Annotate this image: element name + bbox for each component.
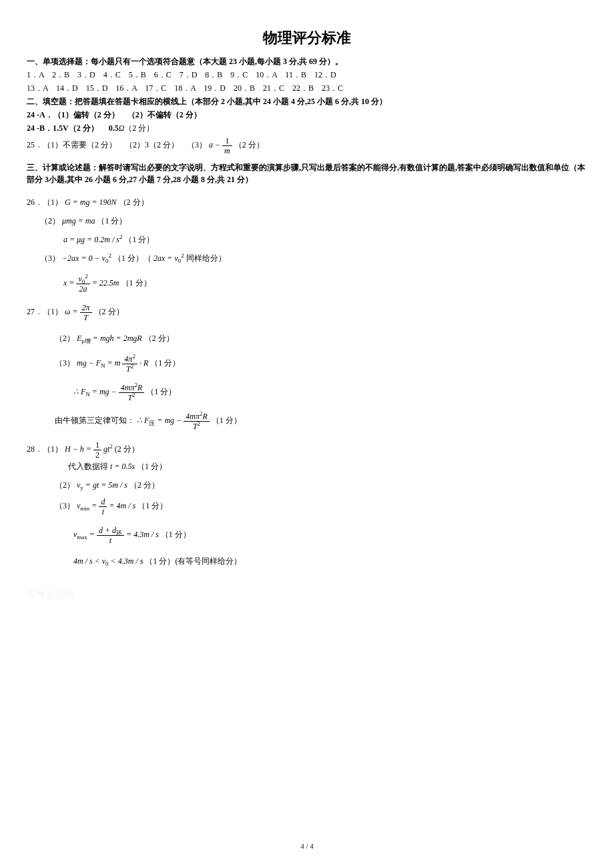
q26-p3-pre: （3） (40, 254, 60, 263)
q26-p1-pts: （2 分） (119, 197, 149, 207)
q26-p2-pre: （2） (40, 216, 60, 226)
q28-p2: （2） vy = gt = 5m / s （2 分） (27, 479, 587, 491)
answer-25-suffix: （2 分） (234, 140, 264, 149)
answer-24b-suffix: （2 分） (124, 123, 154, 133)
q26-p2b-eq: a = μg = 0.2m / s2 (63, 235, 122, 244)
answer-24b: 24 -B．1.5V（2 分） 0.5Ω（2 分） (27, 122, 587, 134)
q26-p3-eq2: 2ax = v02 (154, 254, 184, 263)
q27-p1-pre: 27．（1） (27, 307, 63, 316)
q27-p2-pre: （2） (55, 334, 75, 343)
q28-p1-pre: 28．（1） (27, 444, 63, 454)
q28-p3b: vmax = d + d环t = 4.3m / s （1 分） (27, 526, 587, 544)
q26-p3-suffix: 同样给分） (186, 254, 226, 263)
q28-p2-eq: vy = gt = 5m / s (77, 480, 127, 490)
q27-p3b-eq: ∴ FN = mg − 4mπ2RT2 (73, 387, 146, 396)
q26-p3: （3） −2ax = 0 − v02 （1 分）（ 2ax = v02 同样给分… (27, 252, 587, 264)
q27-p1-pts: （2 分） (94, 307, 124, 316)
q27-p3-pre: （3） (55, 358, 75, 368)
q26-p2: （2） μmg = ma （1 分） (27, 215, 587, 227)
q28-p3c-pts: （1 分）(有等号同样给分） (145, 556, 242, 566)
q26-p2-eq: μmg = ma (62, 216, 95, 226)
q27-p3-eq: mg − FN = m 4π2T2 · R (77, 358, 150, 368)
q27-p3c-eq: ∴ F压 = mg − 4mπ2RT2 (137, 416, 212, 425)
q26-p3-eq1: −2ax = 0 − v02 (62, 254, 111, 263)
q28-p3c-eq: 4m / s < v0 < 4.3m / s (73, 556, 143, 566)
q27-p3b-pts: （1 分） (146, 387, 176, 396)
q27-p3-pts: （1 分） (150, 358, 180, 368)
answer-25-eq: a − 1m (209, 140, 232, 149)
q28-p3-pre: （3） (55, 501, 75, 510)
q26-p1-eq: G = mg = 190N (65, 197, 117, 207)
q27-p1-eq: ω = 2πT (65, 307, 94, 316)
q28-p1b-pts: （1 分） (137, 462, 167, 471)
q28-p2-pts: （2 分） (129, 480, 160, 490)
q26-p2-pts: （1 分） (97, 216, 127, 226)
q27-p3b: ∴ FN = mg − 4mπ2RT2 （1 分） (27, 384, 587, 402)
q26-p2b: a = μg = 0.2m / s2 （1 分） (27, 234, 587, 246)
answer-25-prefix: 25．（1）不需要（2 分） （2）3（2 分） （3） (27, 140, 207, 149)
section1-header: 一、单项选择题：每小题只有一个选项符合题意（本大题 23 小题,每小题 3 分,… (27, 55, 587, 67)
answer-24b-prefix: 24 -B．1.5V（2 分） 0.5 (27, 123, 119, 133)
q28-p2-pre: （2） (55, 480, 75, 490)
q26-p1-pre: 26．（1） (27, 197, 63, 207)
q26-p3-pts1: （1 分）（ (113, 254, 151, 263)
q26-p1: 26．（1） G = mg = 190N （2 分） (27, 196, 587, 208)
q27-p3: （3） mg − FN = m 4π2T2 · R （1 分） (27, 355, 587, 373)
q28-p1: 28．（1） H − h = 12 gt2 (2 分） (27, 441, 587, 459)
answer-25: 25．（1）不需要（2 分） （2）3（2 分） （3） a − 1m （2 分… (27, 137, 587, 155)
q28-p1-eq: H − h = 12 gt2 (65, 444, 115, 454)
q27-p2-eq: Ep增 = mgh = 2mgR (77, 334, 142, 343)
q27-p3c: 由牛顿第三定律可知： ∴ F压 = mg − 4mπ2RT2 （1 分） (27, 412, 587, 430)
q26-p2b-pts: （1 分） (124, 235, 154, 244)
q26-p3b: x = v022a = 22.5m （1 分） (27, 275, 587, 293)
q28-p3: （3） vmin = dt = 4m / s （1 分） (27, 498, 587, 516)
section2-header: 二、填空题：把答题填在答题卡相应的横线上（本部分 2 小题,其中 24 小题 4… (27, 95, 587, 107)
q27-p2: （2） Ep增 = mgh = 2mgR （2 分） (27, 332, 587, 344)
q28-p3-eq: vmin = dt = 4m / s (77, 501, 137, 510)
q27-p3c-pts: （1 分） (212, 416, 242, 425)
q27-p1: 27．（1） ω = 2πT （2 分） (27, 304, 587, 322)
q27-p3c-text: 由牛顿第三定律可知： (55, 416, 135, 425)
q28-p3-pts: （1 分） (137, 501, 168, 510)
q26-p3b-pts: （1 分） (121, 278, 151, 288)
q28-p1-pts: (2 分） (115, 444, 139, 454)
page-title: 物理评分标准 (27, 27, 587, 49)
q28-p1b-text: 代入数据得 (68, 462, 108, 471)
q28-p1b: 代入数据得 t = 0.5s （1 分） (27, 460, 587, 472)
answer-24a: 24 -A．（1）偏转（2 分） （2）不偏转（2 分） (27, 109, 587, 121)
watermark: 高考资源网 (27, 587, 587, 601)
q28-p1b-eq: t = 0.5s (110, 462, 135, 471)
section3-header: 三、计算或论述题：解答时请写出必要的文字说明、方程式和重要的演算步骤,只写出最后… (27, 161, 587, 185)
answers-row-1: 1．A 2．B 3．D 4．C 5．B 6．C 7．D 8．B 9．C 10．A… (27, 69, 587, 81)
q26-p3b-eq: x = v022a = 22.5m (63, 278, 121, 288)
answers-row-2: 13．A 14．D 15．D 16．A 17．C 18．A 19．D 20．B … (27, 82, 587, 94)
q28-p3c: 4m / s < v0 < 4.3m / s （1 分）(有等号同样给分） (27, 555, 587, 567)
q28-p3b-pts: （1 分） (161, 530, 191, 539)
q28-p3b-eq: vmax = d + d环t = 4.3m / s (73, 530, 161, 539)
q27-p2-pts: （2 分） (144, 334, 174, 343)
